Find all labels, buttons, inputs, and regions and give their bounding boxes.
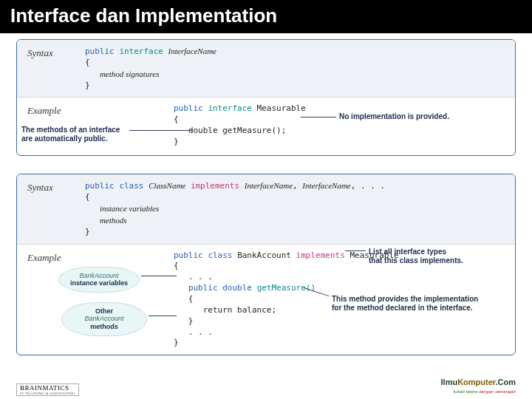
implements-example-row: Example public class BankAccount impleme… (17, 245, 515, 355)
ilmukomputer-logo: IlmuKomputer.Com kuliah teknis dengan se… (441, 378, 516, 395)
connector-line (301, 117, 336, 117)
interface-panel: Syntax public interface InterfaceName { … (16, 39, 516, 156)
annot-auto-public: The methods of an interface are automati… (21, 126, 120, 143)
interface-syntax-code: public interface InterfaceName { method … (82, 40, 515, 97)
annot-method-implementation: This method provides the implementation … (332, 295, 478, 313)
syntax-label: Syntax (17, 40, 82, 97)
annot-list-interfaces: List all interface types that this class… (369, 248, 463, 265)
slide-title: Interface dan Implementation (0, 0, 532, 33)
body: Syntax public interface InterfaceName { … (0, 33, 532, 355)
footer: BRAINMATICS IT TRAINING & CONSULTING Ilm… (0, 378, 532, 396)
implements-panel: Syntax public class ClassName implements… (16, 174, 516, 355)
connector-line (149, 316, 177, 316)
brainmatics-logo: BRAINMATICS IT TRAINING & CONSULTING (16, 383, 79, 396)
connector-line (345, 250, 366, 251)
connector-line (141, 276, 177, 276)
implements-example-code: public class BankAccount implements Meas… (82, 245, 515, 355)
connector-line (129, 130, 193, 131)
bubble-instance-vars: BankAccount instance variables (58, 267, 140, 293)
interface-example-code: public interface Measurable { double get… (82, 98, 515, 155)
annot-no-impl: No implementation is provided. (339, 112, 449, 121)
implements-syntax-code: public class ClassName implements Interf… (82, 174, 515, 243)
interface-syntax-row: Syntax public interface InterfaceName { … (17, 40, 515, 98)
bubble-other-methods: Other BankAccount methods (61, 302, 147, 336)
interface-example-row: Example public interface Measurable { do… (17, 98, 515, 155)
syntax-label: Syntax (17, 174, 82, 243)
example-label: Example (17, 245, 82, 355)
implements-syntax-row: Syntax public class ClassName implements… (17, 174, 515, 244)
